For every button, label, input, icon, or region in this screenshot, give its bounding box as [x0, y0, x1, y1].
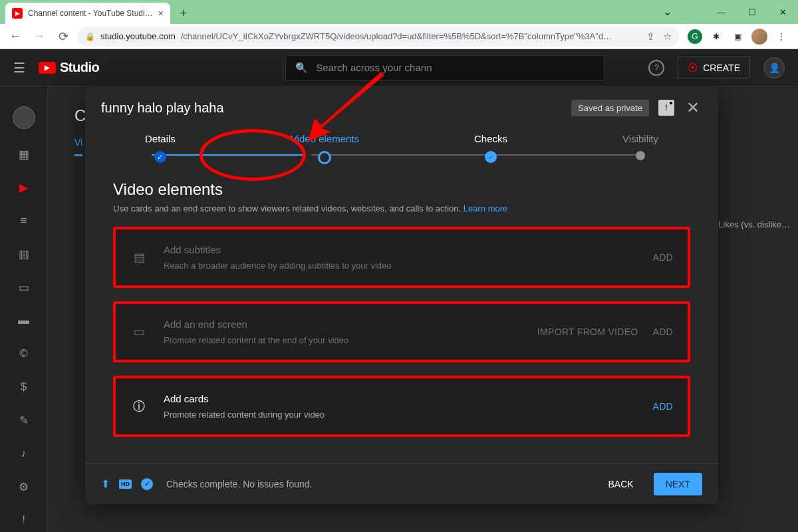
card-add-cards: ⓘ Add cards Promote related content duri…: [113, 376, 690, 437]
profile-avatar[interactable]: [751, 29, 767, 45]
next-button[interactable]: NEXT: [654, 473, 702, 495]
step-done-icon: ✓: [154, 151, 166, 163]
close-modal-icon[interactable]: ✕: [684, 98, 702, 117]
step-visibility[interactable]: Visibility: [622, 133, 658, 164]
bg-column-header: Likes (vs. dislike…: [718, 219, 790, 229]
search-placeholder: Search across your chann: [316, 62, 432, 73]
settings-icon[interactable]: ⚙: [16, 479, 32, 495]
step-label: Video elements: [291, 133, 359, 144]
step-video-elements[interactable]: Video elements: [291, 133, 359, 164]
account-avatar[interactable]: 👤: [763, 57, 785, 78]
learn-more-link[interactable]: Learn more: [464, 203, 507, 213]
section-subtext-text: Use cards and an end screen to show view…: [113, 203, 461, 213]
step-details[interactable]: Details ✓: [145, 133, 176, 164]
card-add-subtitles: ▤ Add subtitles Reach a broader audience…: [113, 227, 690, 288]
step-label: Details: [145, 133, 176, 144]
step-current-icon: [318, 151, 331, 164]
upload-flow-modal: funny halo play haha Saved as private ! …: [85, 86, 718, 504]
forward-button[interactable]: →: [29, 27, 49, 47]
comments-icon[interactable]: ▭: [16, 279, 32, 295]
bookmark-icon[interactable]: ☆: [663, 31, 672, 43]
upload-status-icon: ⬆: [101, 477, 110, 490]
add-cards-button[interactable]: ADD: [653, 401, 673, 412]
analytics-icon[interactable]: ▥: [16, 246, 32, 262]
section-subtext: Use cards and an end screen to show view…: [113, 203, 690, 213]
step-label: Checks: [474, 133, 507, 144]
lock-icon: 🔒: [85, 32, 95, 41]
help-icon[interactable]: ?: [648, 60, 664, 76]
studio-logo-text: Studio: [60, 60, 99, 75]
side-panel-icon[interactable]: ▣: [730, 29, 745, 44]
minimize-button[interactable]: —: [706, 0, 737, 24]
back-button[interactable]: BACK: [598, 473, 644, 495]
copyright-icon[interactable]: ©: [16, 346, 32, 362]
hd-badge: HD: [119, 479, 132, 489]
studio-header: ☰ Studio 🔍 Search across your chann ? ⦿ …: [0, 49, 798, 86]
reload-button[interactable]: ⟳: [53, 27, 73, 47]
create-button[interactable]: ⦿ CREATE: [678, 57, 750, 78]
info-icon: ⓘ: [130, 398, 148, 414]
share-icon[interactable]: ⇪: [646, 31, 655, 43]
grammarly-extension-icon[interactable]: G: [688, 29, 702, 44]
step-label: Visibility: [622, 133, 658, 144]
youtube-logo-icon: [39, 62, 56, 74]
step-pending-icon: [636, 151, 645, 160]
menu-icon[interactable]: ☰: [13, 60, 25, 76]
end-screen-icon: ▭: [130, 325, 148, 339]
channel-avatar[interactable]: [13, 106, 35, 129]
import-from-video-button: IMPORT FROM VIDEO: [537, 327, 638, 337]
step-checks[interactable]: Checks ✓: [474, 133, 507, 164]
bg-tab: Vi: [74, 137, 82, 156]
browser-toolbar: ← → ⟳ 🔒 studio.youtube.com/channel/UCvY_…: [0, 24, 798, 49]
audio-library-icon[interactable]: ♪: [16, 446, 32, 462]
back-button[interactable]: ←: [5, 27, 25, 47]
studio-logo[interactable]: Studio: [39, 60, 99, 75]
card-subtitle: Reach a broader audience by adding subti…: [164, 261, 637, 271]
maximize-button[interactable]: ☐: [737, 0, 767, 24]
send-feedback-icon[interactable]: !: [658, 100, 674, 116]
card-title: Add an end screen: [164, 319, 521, 330]
address-bar[interactable]: 🔒 studio.youtube.com/channel/UCvY_iICkXo…: [77, 27, 680, 47]
url-host: studio.youtube.com: [100, 31, 176, 41]
search-icon: 🔍: [295, 62, 308, 74]
create-camera-icon: ⦿: [688, 62, 698, 73]
tabs-dropdown-icon[interactable]: ⌄: [663, 5, 672, 18]
modal-header: funny halo play haha Saved as private ! …: [85, 86, 718, 125]
upload-stepper: Details ✓ Video elements Checks ✓ Visibi…: [85, 125, 718, 164]
card-subtitle: Promote related content during your vide…: [164, 410, 637, 420]
footer-status-text: Checks complete. No issues found.: [166, 479, 312, 489]
search-input[interactable]: 🔍 Search across your chann: [285, 55, 604, 80]
extensions-icon[interactable]: ✱: [709, 29, 724, 44]
content-icon[interactable]: ▶: [16, 180, 32, 196]
close-window-button[interactable]: ✕: [767, 0, 798, 24]
add-end-screen-button: ADD: [653, 327, 673, 337]
tab-title: Channel content - YouTube Studi…: [28, 9, 153, 18]
feedback-rail-icon[interactable]: !: [16, 512, 32, 528]
window-titlebar: Channel content - YouTube Studi… × + ⌄ —…: [0, 0, 798, 24]
url-path: /channel/UCvY_iICkXoZYvbrgxZWRT5Q/videos…: [181, 31, 612, 41]
section-heading: Video elements: [113, 180, 690, 199]
subtitles-icon: ▤: [130, 250, 148, 265]
customization-icon[interactable]: ✎: [16, 412, 32, 428]
card-title: Add cards: [164, 393, 637, 404]
subtitles-icon[interactable]: ▬: [16, 313, 32, 329]
create-label: CREATE: [703, 63, 740, 73]
checks-complete-icon: ✓: [141, 478, 153, 490]
step-done-icon: ✓: [485, 151, 497, 163]
video-title: funny halo play haha: [101, 100, 562, 116]
new-tab-button[interactable]: +: [174, 4, 193, 23]
card-subtitle: Promote related content at the end of yo…: [164, 335, 521, 345]
monetization-icon[interactable]: $: [16, 379, 32, 395]
window-controls: — ☐ ✕: [706, 0, 798, 24]
left-nav-rail: ▦ ▶ ≡ ▥ ▭ ▬ © $ ✎ ♪ ⚙ !: [0, 86, 48, 532]
card-title: Add subtitles: [164, 244, 637, 255]
youtube-favicon: [12, 8, 23, 19]
card-add-end-screen: ▭ Add an end screen Promote related cont…: [113, 301, 690, 362]
modal-content: Video elements Use cards and an end scre…: [85, 164, 718, 463]
save-status-badge: Saved as private: [571, 100, 649, 116]
close-tab-icon[interactable]: ×: [158, 8, 164, 19]
chrome-menu-icon[interactable]: ⋮: [774, 29, 789, 44]
playlists-icon[interactable]: ≡: [16, 213, 32, 229]
dashboard-icon[interactable]: ▦: [16, 146, 32, 162]
browser-tab[interactable]: Channel content - YouTube Studi… ×: [5, 3, 170, 24]
